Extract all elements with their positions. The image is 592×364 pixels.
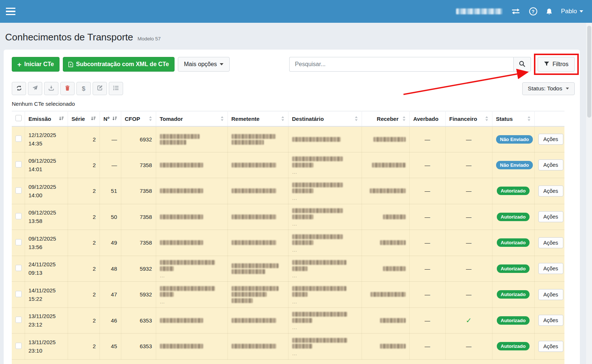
row-checkbox[interactable] xyxy=(15,239,22,245)
status-cell: Autorizado xyxy=(492,178,534,204)
user-menu[interactable]: Pablo xyxy=(561,8,583,15)
acoes-button[interactable]: Ações xyxy=(538,263,563,274)
subcontratacao-xml-button[interactable]: Subcontratação com XML de CTe xyxy=(63,57,175,72)
emissao-date: 13/11/2025 xyxy=(29,312,64,320)
help-icon[interactable]: ? xyxy=(529,7,537,15)
row-checkbox[interactable] xyxy=(15,317,22,323)
averbado-value: — xyxy=(409,256,445,282)
status-badge: Autorizado xyxy=(497,342,530,350)
acoes-button[interactable]: Ações xyxy=(538,289,563,300)
column-header-receber[interactable]: Receber xyxy=(362,111,409,127)
serie-value: 2 xyxy=(68,126,100,152)
column-header-destinatario[interactable]: Destinatário xyxy=(288,111,362,127)
tomador-cell: … xyxy=(156,282,227,308)
averbado-value: — xyxy=(409,204,445,230)
select-all-checkbox[interactable] xyxy=(15,115,22,121)
table-row: 09/12/202514:00 2 51 7358 … — — Autoriza… xyxy=(12,178,564,204)
column-header-emissao[interactable]: Emissão xyxy=(25,111,68,127)
destinatario-cell: … xyxy=(288,152,362,178)
row-select-cell xyxy=(12,282,25,308)
iniciar-cte-button[interactable]: + Iniciar CTe xyxy=(12,57,60,72)
redacted-text xyxy=(160,140,186,145)
select-all-header[interactable] xyxy=(12,111,25,127)
row-select-cell xyxy=(12,152,25,178)
column-header-tomador[interactable]: Tomador xyxy=(156,111,227,127)
tomador-cell xyxy=(156,178,227,204)
redacted-text xyxy=(160,266,174,271)
financial-button[interactable]: $ xyxy=(76,82,91,95)
search-button[interactable] xyxy=(513,57,531,72)
sort-icon xyxy=(355,116,358,121)
acoes-button[interactable]: Ações xyxy=(538,159,563,170)
acoes-button[interactable]: Ações xyxy=(538,185,563,197)
financeiro-value: — xyxy=(445,334,492,360)
refresh-button[interactable] xyxy=(12,82,26,95)
table-row: 09/12/202514:01 2 — 7358 … — — Não Envia… xyxy=(12,152,564,178)
edit-document-button[interactable] xyxy=(93,82,107,95)
tomador-cell: … xyxy=(156,256,227,282)
row-checkbox[interactable] xyxy=(15,187,22,194)
emissao-time: 14:35 xyxy=(29,139,64,148)
cfop-value: 5932 xyxy=(121,282,156,308)
column-header-cfop[interactable]: CFOP xyxy=(121,111,156,127)
redacted-text xyxy=(232,163,276,167)
redacted-text xyxy=(160,344,203,349)
acoes-button[interactable]: Ações xyxy=(538,211,563,222)
cfop-value: 7358 xyxy=(121,178,156,204)
row-checkbox[interactable] xyxy=(15,343,22,349)
row-checkbox[interactable] xyxy=(15,291,22,297)
column-header-averbado: Averbado xyxy=(409,111,445,127)
cfop-value: 6932 xyxy=(121,126,156,152)
redacted-text xyxy=(292,137,341,142)
acoes-button[interactable]: Ações xyxy=(538,237,563,248)
download-button[interactable] xyxy=(44,82,58,95)
list-button[interactable] xyxy=(109,82,123,95)
sort-descending-icon xyxy=(91,116,96,121)
row-checkbox[interactable] xyxy=(15,136,22,142)
scrollbar-track[interactable] xyxy=(586,23,592,364)
serie-value: 2 xyxy=(68,334,100,360)
filtros-button[interactable]: Filtros xyxy=(538,57,575,72)
numero-value: 51 xyxy=(100,178,121,204)
mais-opcoes-button[interactable]: Mais opções xyxy=(178,57,230,72)
column-header-financeiro[interactable]: Financeiro xyxy=(445,111,492,127)
row-checkbox[interactable] xyxy=(15,161,22,167)
serie-value: 2 xyxy=(68,204,100,230)
table-row-partial xyxy=(12,359,564,364)
bell-icon[interactable] xyxy=(546,8,552,15)
column-label: N° xyxy=(104,116,110,122)
redacted-text xyxy=(292,156,343,161)
acoes-button[interactable]: Ações xyxy=(538,341,563,352)
averbado-value: — xyxy=(409,282,445,308)
emissao-cell: 12/12/202514:35 xyxy=(25,126,68,152)
status-badge: Autorizado xyxy=(497,290,530,299)
swap-arrows-icon[interactable] xyxy=(511,8,520,15)
destinatario-cell xyxy=(288,126,362,152)
table-row: 09/12/202513:58 2 50 7358 … — — Autoriza… xyxy=(12,204,564,230)
status-cell: Autorizado xyxy=(492,204,534,230)
redacted-text xyxy=(370,188,406,193)
column-header-numero[interactable]: N° xyxy=(100,111,121,127)
row-checkbox[interactable] xyxy=(15,213,22,219)
status-badge: Autorizado xyxy=(497,238,530,247)
status-filter-dropdown[interactable]: Status: Todos xyxy=(522,82,575,95)
remetente-cell xyxy=(227,307,288,334)
acoes-button[interactable]: Ações xyxy=(538,315,563,326)
remetente-cell xyxy=(227,178,288,204)
scrollbar-thumb[interactable] xyxy=(587,26,591,118)
emissao-date: 12/12/2025 xyxy=(29,131,64,139)
search-input[interactable] xyxy=(289,57,513,72)
send-button[interactable] xyxy=(28,82,42,95)
column-header-serie[interactable]: Série xyxy=(68,111,100,127)
menu-icon[interactable] xyxy=(6,8,15,15)
column-header-status[interactable]: Status xyxy=(492,111,534,127)
column-header-remetente[interactable]: Remetente xyxy=(227,111,288,127)
acoes-button[interactable]: Ações xyxy=(538,134,563,145)
cfop-value: 6353 xyxy=(121,334,156,360)
delete-button[interactable] xyxy=(60,82,75,95)
redacted-text xyxy=(292,312,347,317)
row-checkbox[interactable] xyxy=(15,265,22,271)
page-subtitle: Modelo 57 xyxy=(137,36,161,42)
truncation-ellipsis: … xyxy=(292,249,297,251)
row-select-cell xyxy=(12,256,25,282)
